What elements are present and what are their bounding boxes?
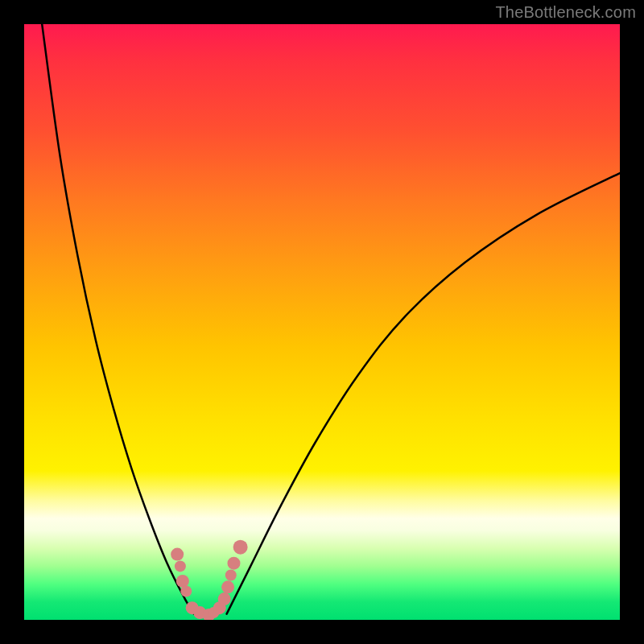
chart-markers <box>171 540 247 620</box>
chart-marker <box>180 585 192 597</box>
curve-right-branch <box>227 173 620 614</box>
watermark: TheBottleneck.com <box>495 3 636 22</box>
chart-marker <box>221 580 234 593</box>
chart-frame: TheBottleneck.com <box>0 0 644 644</box>
curve-left-branch <box>42 24 194 614</box>
chart-marker <box>175 560 186 572</box>
chart-curves <box>24 24 620 620</box>
chart-marker <box>227 557 240 570</box>
chart-marker <box>171 548 184 561</box>
chart-marker <box>233 540 248 555</box>
chart-marker <box>225 570 237 581</box>
chart-marker <box>218 592 231 605</box>
chart-marker <box>176 575 189 588</box>
